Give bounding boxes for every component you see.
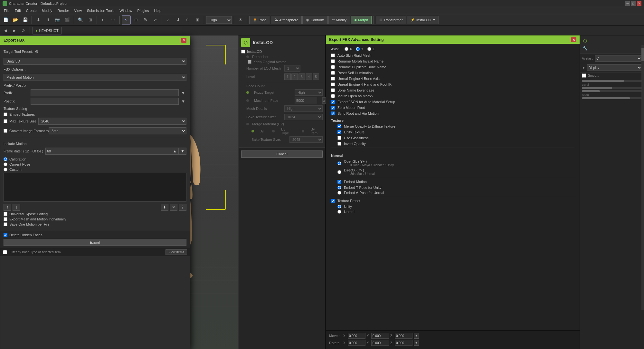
ue4-hand-checkbox[interactable] — [331, 82, 335, 86]
instalod-main-checkbox[interactable] — [241, 50, 245, 53]
max-texture-checkbox[interactable] — [4, 119, 7, 123]
max-face-up-btn[interactable]: ▲ — [322, 97, 326, 104]
postfix-input[interactable] — [31, 98, 179, 105]
view-items-btn[interactable]: View Items — [166, 249, 187, 255]
convert-image-label[interactable]: Convert Image Format to — [9, 129, 49, 133]
embed-motion-checkbox[interactable] — [337, 180, 341, 184]
view-down-btn[interactable]: ⬇ — [174, 15, 183, 24]
sec-btn-1[interactable]: ◀ — [1, 27, 9, 34]
axis-z-radio[interactable] — [367, 47, 371, 51]
window-controls[interactable]: ─ □ ✕ — [625, 1, 641, 6]
lod-2-btn[interactable]: 2 — [291, 73, 298, 80]
open-btn[interactable]: 📂 — [11, 15, 20, 24]
merge-material-radio[interactable] — [246, 123, 249, 125]
merge-type-radio[interactable] — [272, 130, 275, 132]
frame-rate-down-btn[interactable]: ▼ — [179, 148, 186, 155]
conform-mode-btn[interactable]: ◎ Conform — [302, 16, 327, 24]
undo-btn[interactable]: ↩ — [99, 15, 108, 24]
adv-settings-close-btn[interactable]: ✕ — [571, 37, 576, 42]
atmosphere-mode-btn[interactable]: 🌥 Atmosphere — [271, 16, 302, 24]
unreal-preset-radio[interactable] — [337, 210, 341, 214]
new-btn[interactable]: 📄 — [1, 15, 10, 24]
opengl-radio[interactable] — [337, 161, 341, 165]
rp-icon2[interactable]: 🔧 — [581, 44, 589, 52]
modify-mode-btn[interactable]: ✏ Modify — [328, 16, 350, 24]
postfix-dropdown-btn[interactable]: ▼ — [180, 98, 186, 104]
export-button[interactable]: Export — [4, 239, 186, 246]
grid-btn[interactable]: ⊞ — [86, 15, 95, 24]
embed-textures-checkbox[interactable] — [4, 112, 7, 116]
rotate-y-field[interactable] — [371, 340, 389, 346]
merge-item-radio[interactable] — [302, 130, 304, 132]
slider1[interactable] — [582, 80, 642, 82]
texture-preset-checkbox[interactable] — [331, 199, 335, 203]
mesh-details-select[interactable]: HighMediumLow — [284, 105, 323, 112]
max-texture-select[interactable]: 20481024512 — [38, 118, 186, 125]
rotate-x-field[interactable] — [348, 340, 365, 346]
ue4-bone-checkbox[interactable] — [331, 77, 335, 81]
invert-opacity-checkbox[interactable] — [337, 142, 341, 146]
rp-icon1[interactable]: ⬡ — [581, 37, 589, 44]
bake-texture-select2[interactable]: 20481024512 — [289, 136, 323, 143]
anim-import-btn[interactable]: ⬇ — [161, 204, 168, 211]
rename-bone-checkbox[interactable] — [331, 65, 335, 69]
mouth-morph-checkbox[interactable] — [331, 94, 335, 98]
export-mesh-motion-checkbox[interactable] — [4, 217, 7, 221]
calibration-label[interactable]: Calibration — [9, 157, 26, 161]
close-btn[interactable]: ✕ — [637, 1, 641, 6]
render-btn[interactable]: 🎬 — [63, 15, 72, 24]
slider4[interactable] — [582, 97, 642, 99]
transformer-mode-btn[interactable]: ⊞ Transformer — [376, 16, 406, 24]
axis-y-radio[interactable] — [356, 47, 360, 51]
current-pose-label[interactable]: Current Pose — [9, 162, 30, 166]
convert-image-checkbox[interactable] — [4, 129, 7, 133]
use-glossiness-checkbox[interactable] — [337, 136, 341, 140]
rotate-btn[interactable]: ↻ — [141, 15, 150, 24]
cancel-btn[interactable]: Cancel — [241, 150, 323, 158]
embed-tpose-radio[interactable] — [337, 186, 341, 189]
quality-dropdown[interactable]: High Medium Low — [206, 16, 232, 24]
export-json-checkbox[interactable] — [331, 100, 335, 104]
bone-lower-case-checkbox[interactable] — [331, 88, 335, 92]
slider3[interactable] — [582, 90, 642, 92]
fuzzy-target-radio[interactable] — [246, 91, 249, 94]
unity-preset-radio[interactable] — [337, 205, 341, 208]
num-lod-select[interactable]: 123 — [284, 65, 300, 72]
delete-hidden-faces-label[interactable]: Delete Hidden Faces — [9, 233, 43, 237]
menu-edit[interactable]: Edit — [12, 7, 24, 14]
menu-view[interactable]: View — [71, 7, 84, 14]
sync-root-checkbox[interactable] — [331, 111, 335, 115]
unity-texture-checkbox[interactable] — [337, 130, 341, 134]
axis-x-radio[interactable] — [345, 47, 348, 51]
max-face-radio[interactable] — [246, 99, 249, 102]
frame-rate-up-btn[interactable]: ▲ — [171, 148, 179, 155]
embed-textures-label[interactable]: Embed Textures — [9, 112, 35, 116]
menu-window[interactable]: Window — [117, 7, 135, 14]
fbx-option-select[interactable]: Mesh and Motion Mesh Only Motion Only — [4, 74, 186, 81]
menu-file[interactable]: File — [1, 7, 12, 14]
lod-3-btn[interactable]: 3 — [298, 73, 305, 80]
instalod-mode-btn[interactable]: ⚡ InstaLOD ▼ — [407, 16, 439, 24]
convert-image-select[interactable]: 8mppngjpg — [49, 127, 186, 134]
move-x-field[interactable] — [348, 333, 365, 339]
lod-1-btn[interactable]: 1 — [284, 73, 291, 80]
custom-label[interactable]: Custom — [9, 168, 22, 171]
move-y-field[interactable] — [371, 333, 389, 339]
current-pose-radio[interactable] — [4, 162, 7, 166]
camera-btn[interactable]: ⌂ — [164, 15, 173, 24]
prefix-input[interactable] — [31, 89, 179, 96]
menu-submission-tools[interactable]: Submission Tools — [84, 7, 117, 14]
fuzzy-target-select[interactable]: HighMediumLow — [295, 89, 323, 96]
reset-illum-checkbox[interactable] — [331, 71, 335, 75]
menu-plugins[interactable]: Plugins — [135, 7, 151, 14]
anim-up-btn[interactable]: ↑ — [4, 204, 11, 211]
redo-btn[interactable]: ↪ — [109, 15, 118, 24]
remesher-radio[interactable] — [246, 55, 249, 58]
sec-btn-3[interactable]: ⊙ — [19, 27, 27, 34]
move-btn[interactable]: ⊕ — [131, 15, 140, 24]
export-fbx-close-btn[interactable]: ✕ — [181, 38, 186, 43]
zoom-btn[interactable]: ⊞ — [193, 15, 202, 24]
universal-tpose-checkbox[interactable] — [4, 212, 7, 216]
pose-mode-btn[interactable]: 🧍 Pose — [249, 16, 270, 24]
zero-motion-checkbox[interactable] — [331, 106, 335, 110]
